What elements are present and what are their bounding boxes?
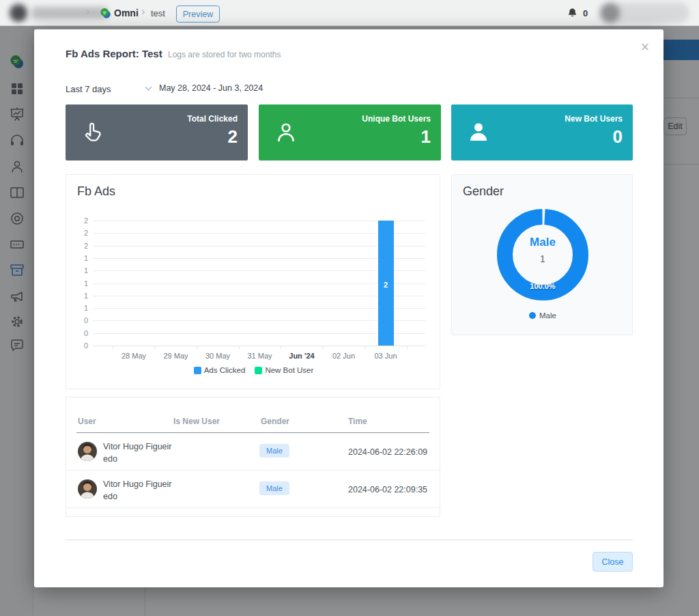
stat-value: 1 [421,126,431,148]
x-axis-tick [281,346,281,349]
report-table-body: Vitor Hugo FigueiredoMale2024-06-02 22:2… [66,433,441,508]
omni-chat-icon [100,8,111,22]
column-header-is-new-user: Is New User [173,417,220,426]
gender-chart-card: Gender Male 1 100.0% Male [451,174,633,335]
column-header-gender: Gender [261,417,289,426]
person-filled-icon [466,120,491,145]
close-icon[interactable]: × [637,39,653,55]
gridline [93,246,425,247]
time-cell: 2024-06-02 22:09:35 [348,485,427,494]
close-button[interactable]: Close [593,552,633,572]
user-avatar-blurred [601,3,620,23]
time-cell: 2024-06-02 22:26:09 [348,447,427,457]
app-logo-blurred [10,4,27,22]
bar-ads-clicked[interactable]: 2 [378,221,394,346]
x-axis-label: 28 May [110,352,158,360]
x-axis-tick [155,346,156,349]
x-axis-label: 03 Jun [362,352,410,360]
table-row: Vitor Hugo FigueiredoMale2024-06-02 22:2… [66,433,441,471]
x-axis-tick [407,346,408,349]
table-row: Vitor Hugo FigueiredoMale2024-06-02 22:0… [66,471,441,508]
donut-legend-item[interactable]: Male [452,311,633,320]
legend-marker [194,367,201,374]
donut-segment-value: 1 [509,253,577,264]
app-name-blurred [31,7,108,19]
stat-card-unique-bot-users: Unique Bot Users 1 [259,104,441,160]
stat-label: New Bot Users [565,114,623,124]
x-axis-label: 29 May [152,352,200,360]
legend-label: New Bot User [265,366,313,374]
breadcrumb-page[interactable]: test [151,8,165,18]
modal-footer-divider [66,540,633,540]
breadcrumb-workspace[interactable]: Omni [114,8,139,18]
gender-badge: Male [259,481,289,495]
y-axis-tick: 1 [66,279,88,288]
x-axis-label: 31 May [236,352,284,360]
preview-button[interactable]: Preview [176,5,220,23]
breadcrumb-separator: › [86,5,89,18]
gridline [93,258,425,259]
chevron-down-icon [145,84,152,91]
stat-label: Total Clicked [187,114,238,124]
gridline [93,233,425,234]
breadcrumb-separator: › [141,5,145,18]
x-axis-tick [239,346,240,349]
modal-title: Fb Ads Report: Test [66,48,162,59]
legend-marker [255,367,262,374]
gridline [93,296,425,296]
bar-chart-legend: Ads ClickedNew Bot User [66,366,441,374]
top-bar: › Omni › test Preview 0 [0,0,699,26]
date-preset-select[interactable]: Last 7 days [66,83,156,95]
x-axis-tick [365,346,365,349]
gridline [93,221,425,221]
y-axis-tick: 1 [66,292,88,300]
gridline [93,270,425,271]
notification-bell-icon[interactable] [567,8,578,22]
y-axis-tick: 0 [66,329,88,337]
bar-chart-plot: 2 [93,221,425,346]
stat-value: 2 [228,126,238,148]
donut-percentage-label: 100.0% [509,282,577,290]
donut-segment-label: Male [509,236,577,249]
user-name: Vitor Hugo Figueiredo [103,478,173,503]
bar-value-label: 2 [378,281,394,289]
gridline [93,320,425,321]
gender-cell: Male [259,481,289,495]
chart-title: Fb Ads [77,184,115,199]
y-axis-tick: 1 [66,254,88,262]
date-range-text: May 28, 2024 - Jun 3, 2024 [159,83,263,93]
user-avatar [78,479,97,499]
notification-count: 0 [583,8,588,18]
y-axis-tick: 0 [66,341,88,350]
stat-card-new-bot-users: New Bot Users 0 [451,104,633,160]
gridline [93,333,425,334]
gridline [93,346,425,346]
y-axis-tick: 0 [66,316,88,324]
report-table-card: User Is New User Gender Time Vitor Hugo … [66,397,440,517]
column-header-user: User [78,417,96,426]
click-hand-icon [81,120,105,145]
fb-ads-chart-card: Fb Ads 2 Ads ClickedNew Bot User 2221111… [66,174,440,389]
legend-item-ads-clicked[interactable]: Ads Clicked [194,366,246,374]
gender-donut-chart[interactable]: Male 1 100.0% [488,200,597,309]
chart-title: Gender [463,184,504,199]
gridline [93,308,425,309]
x-axis-label: 02 Jun [320,352,368,360]
legend-dot-male [529,312,536,319]
y-axis-tick: 2 [66,216,88,225]
legend-label: Ads Clicked [204,366,246,374]
legend-label: Male [539,311,556,320]
y-axis-tick: 2 [66,229,88,237]
legend-item-new-bot-user[interactable]: New Bot User [255,366,313,374]
x-axis-label: Jun '24 [278,352,326,360]
gender-cell: Male [259,444,289,458]
stat-label: Unique Bot Users [362,114,431,124]
y-axis-tick: 1 [66,266,88,275]
donut-center-text: Male 1 [509,236,577,264]
y-axis-tick: 1 [66,304,88,312]
x-axis-tick [113,346,113,349]
person-outline-icon [274,120,298,145]
x-axis-label: 30 May [194,352,242,360]
stat-value: 0 [613,126,623,148]
y-axis-tick: 2 [66,242,88,250]
